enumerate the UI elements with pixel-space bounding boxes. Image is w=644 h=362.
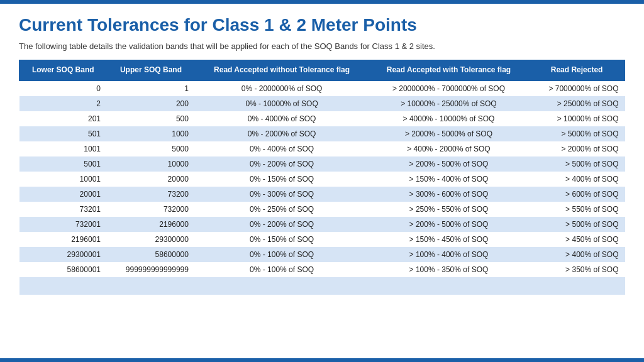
- table-cell: 0% - 250% of SOQ: [195, 202, 369, 217]
- table-cell: 5000: [107, 141, 195, 156]
- page-title: Current Tolerances for Class 1 & 2 Meter…: [19, 15, 625, 35]
- table-cell: 0% - 200% of SOQ: [195, 156, 369, 172]
- col-read-accepted-no-tolerance: Read Accepted without Tolerance flag: [195, 60, 369, 81]
- table-cell-empty: [529, 277, 625, 295]
- table-cell: > 2000% - 5000% of SOQ: [369, 126, 529, 141]
- table-cell: 10000: [107, 156, 195, 172]
- table-cell-empty: [369, 277, 529, 295]
- col-read-accepted-tolerance: Read Accepted with Tolerance flag: [369, 60, 529, 81]
- table-cell: > 10000% - 25000% of SOQ: [369, 96, 529, 111]
- table-cell: > 600% of SOQ: [529, 187, 625, 202]
- col-lower-soq: Lower SOQ Band: [19, 60, 107, 81]
- table-cell: > 2000000% - 7000000% of SOQ: [369, 80, 529, 96]
- table-cell: 0% - 2000% of SOQ: [195, 126, 369, 141]
- table-cell: 0% - 100% of SOQ: [195, 262, 369, 277]
- table-cell: 73200: [107, 187, 195, 202]
- table-row: 2196001293000000% - 150% of SOQ> 150% - …: [19, 232, 625, 247]
- table-cell: 73201: [19, 202, 107, 217]
- table-cell: 20000: [107, 172, 195, 187]
- table-row: 586000019999999999999990% - 100% of SOQ>…: [19, 262, 625, 277]
- table-row: 732017320000% - 250% of SOQ> 250% - 550%…: [19, 202, 625, 217]
- table-row: 5001100000% - 200% of SOQ> 200% - 500% o…: [19, 156, 625, 172]
- table-row: 2015000% - 4000% of SOQ> 4000% - 10000% …: [19, 111, 625, 126]
- table-cell: > 400% of SOQ: [529, 172, 625, 187]
- table-cell: > 500% of SOQ: [529, 156, 625, 172]
- table-row: 22000% - 10000% of SOQ> 10000% - 25000% …: [19, 96, 625, 111]
- table-cell: > 25000% of SOQ: [529, 96, 625, 111]
- table-cell-empty: [195, 295, 369, 312]
- table-cell: > 200% - 500% of SOQ: [369, 156, 529, 172]
- table-cell: 999999999999999: [107, 262, 195, 277]
- table-cell: > 550% of SOQ: [529, 202, 625, 217]
- table-cell: 0% - 400% of SOQ: [195, 141, 369, 156]
- table-row: 20001732000% - 300% of SOQ> 300% - 600% …: [19, 187, 625, 202]
- table-cell: 29300001: [19, 247, 107, 262]
- table-cell: 10001: [19, 172, 107, 187]
- table-cell: 0% - 10000% of SOQ: [195, 96, 369, 111]
- table-row: 100150000% - 400% of SOQ> 400% - 2000% o…: [19, 141, 625, 156]
- table-cell: 2: [19, 96, 107, 111]
- table-cell: > 4000% - 10000% of SOQ: [369, 111, 529, 126]
- table-cell-empty: [107, 295, 195, 312]
- table-cell: > 200% - 500% of SOQ: [369, 217, 529, 232]
- table-cell: 0: [19, 80, 107, 96]
- table-cell: 0% - 300% of SOQ: [195, 187, 369, 202]
- table-body: 010% - 2000000% of SOQ> 2000000% - 70000…: [19, 80, 625, 312]
- table-cell: 29300000: [107, 232, 195, 247]
- table-cell: > 100% - 350% of SOQ: [369, 262, 529, 277]
- table-cell: 5001: [19, 156, 107, 172]
- table-cell: 0% - 150% of SOQ: [195, 172, 369, 187]
- table-cell: > 5000% of SOQ: [529, 126, 625, 141]
- main-container: Current Tolerances for Class 1 & 2 Meter…: [0, 4, 644, 362]
- table-cell-empty: [529, 295, 625, 312]
- table-cell: > 500% of SOQ: [529, 217, 625, 232]
- table-cell: > 350% of SOQ: [529, 262, 625, 277]
- table-row: 010% - 2000000% of SOQ> 2000000% - 70000…: [19, 80, 625, 96]
- col-upper-soq: Upper SOQ Band: [107, 60, 195, 81]
- table-cell: > 400% of SOQ: [529, 247, 625, 262]
- table-cell: 501: [19, 126, 107, 141]
- table-cell: > 400% - 2000% of SOQ: [369, 141, 529, 156]
- table-cell: 732001: [19, 217, 107, 232]
- table-row: 29300001586000000% - 100% of SOQ> 100% -…: [19, 247, 625, 262]
- table-cell-empty: [195, 277, 369, 295]
- table-row-empty: [19, 277, 625, 295]
- table-cell: 0% - 2000000% of SOQ: [195, 80, 369, 96]
- table-cell: 58600001: [19, 262, 107, 277]
- table-cell: 0% - 4000% of SOQ: [195, 111, 369, 126]
- table-cell: 200: [107, 96, 195, 111]
- table-cell: 201: [19, 111, 107, 126]
- table-cell: > 300% - 600% of SOQ: [369, 187, 529, 202]
- table-cell: > 2000% of SOQ: [529, 141, 625, 156]
- table-cell: 58600000: [107, 247, 195, 262]
- table-row: 10001200000% - 150% of SOQ> 150% - 400% …: [19, 172, 625, 187]
- table-row: 73200121960000% - 200% of SOQ> 200% - 50…: [19, 217, 625, 232]
- table-cell: 2196000: [107, 217, 195, 232]
- table-header-row: Lower SOQ Band Upper SOQ Band Read Accep…: [19, 60, 625, 81]
- table-cell: > 7000000% of SOQ: [529, 80, 625, 96]
- table-cell-empty: [19, 277, 107, 295]
- table-cell: > 100% - 400% of SOQ: [369, 247, 529, 262]
- table-row: 50110000% - 2000% of SOQ> 2000% - 5000% …: [19, 126, 625, 141]
- table-cell: 1001: [19, 141, 107, 156]
- table-cell: 0% - 200% of SOQ: [195, 217, 369, 232]
- table-cell: 500: [107, 111, 195, 126]
- table-cell: 1000: [107, 126, 195, 141]
- subtitle: The following table details the validati…: [19, 41, 625, 51]
- table-row-empty: [19, 295, 625, 312]
- table-cell-empty: [369, 295, 529, 312]
- table-cell: 2196001: [19, 232, 107, 247]
- table-cell: > 250% - 550% of SOQ: [369, 202, 529, 217]
- table-cell-empty: [19, 295, 107, 312]
- table-cell: 20001: [19, 187, 107, 202]
- table-cell: > 450% of SOQ: [529, 232, 625, 247]
- table-cell: > 10000% of SOQ: [529, 111, 625, 126]
- col-read-rejected: Read Rejected: [529, 60, 625, 81]
- table-cell: > 150% - 400% of SOQ: [369, 172, 529, 187]
- bottom-bar: [0, 358, 644, 362]
- table-cell-empty: [107, 277, 195, 295]
- table-cell: 0% - 150% of SOQ: [195, 232, 369, 247]
- tolerances-table: Lower SOQ Band Upper SOQ Band Read Accep…: [19, 60, 625, 312]
- table-cell: 1: [107, 80, 195, 96]
- table-cell: > 150% - 450% of SOQ: [369, 232, 529, 247]
